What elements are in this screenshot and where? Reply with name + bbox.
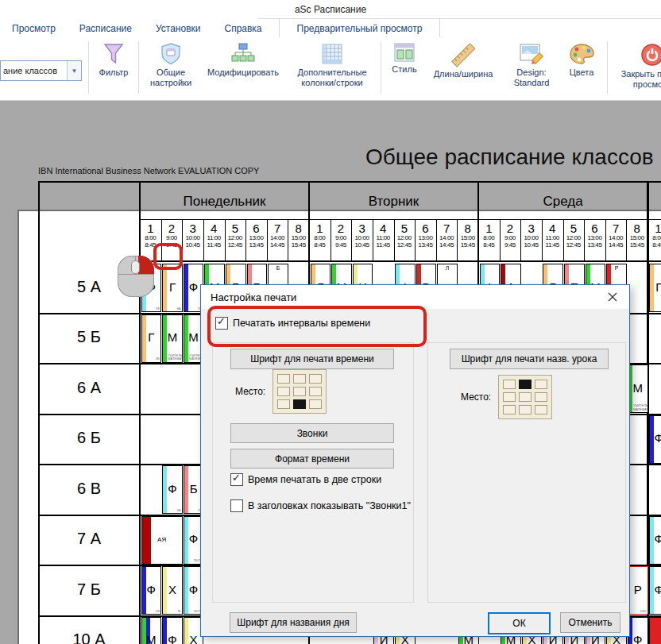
colors-button[interactable]: Цвета <box>562 39 601 78</box>
ribbon-button-label: Design: Standard <box>505 67 558 87</box>
tab-view[interactable]: Просмотр <box>0 19 68 37</box>
ok-button[interactable]: ОК <box>488 612 551 634</box>
design-button[interactable]: Design: Standard <box>505 39 558 87</box>
ribbon-tabs: ПросмотрРасписаниеУстановкиСправкаПредва… <box>0 19 661 37</box>
chevron-down-icon[interactable]: ▼ <box>67 61 81 80</box>
bells-button[interactable]: Звонки <box>230 423 394 443</box>
cancel-button[interactable]: Отменить <box>560 612 620 633</box>
size-button[interactable]: Длина/ширина <box>426 39 501 79</box>
checkmark-icon: ✓ <box>232 472 241 484</box>
ribbon-button-label: Закрыть предв. просмотр <box>614 69 661 89</box>
time-position-grid[interactable] <box>273 369 327 414</box>
mouse-right-click-icon <box>118 256 154 297</box>
tab-print-preview[interactable]: Предварительный просмотр <box>279 19 441 37</box>
evaluation-watermark: IBN International Business Network EVALU… <box>38 166 259 175</box>
ribbon-buttons: ФильтрОбщие настройкиМодифицироватьДопол… <box>84 39 661 99</box>
modify-button[interactable]: Модифицировать <box>201 39 285 78</box>
show-bells1-checkbox[interactable]: В заголовках показывать "Звонки1" <box>230 499 411 512</box>
checkbox-label: Время печатать в две строки <box>248 474 381 485</box>
ribbon-button-label: Фильтр <box>95 67 132 78</box>
position-grid-cell[interactable] <box>277 374 290 384</box>
close-icon[interactable] <box>606 291 619 303</box>
tab-help[interactable]: Справка <box>212 19 273 37</box>
tab-options[interactable]: Установки <box>144 19 212 37</box>
ribbon-button-label: Дополнительные колонки/строки <box>290 67 374 87</box>
funnel-icon <box>102 39 125 67</box>
position-grid-cell[interactable] <box>309 399 322 409</box>
position-grid-cell[interactable] <box>535 405 547 415</box>
title-bar: aSc Расписание <box>0 0 661 19</box>
position-grid-cell[interactable] <box>277 387 290 396</box>
ruler-icon <box>450 39 477 69</box>
ribbon: ание классов ▼ ФильтрОбщие настройкиМоди… <box>0 37 661 101</box>
tab-timetable[interactable]: Расписание <box>68 19 144 37</box>
time-place-row: Место: <box>235 369 327 414</box>
design-icon <box>519 39 544 67</box>
general-settings-button[interactable]: Общие настройки <box>145 39 196 87</box>
ribbon-button-label: Цвета <box>562 67 601 78</box>
power-icon <box>640 39 661 69</box>
position-grid-cell[interactable] <box>535 392 547 402</box>
ribbon-group-separator <box>138 41 139 94</box>
dialog-title: Настройка печати <box>211 291 296 303</box>
checkbox-highlight <box>207 306 427 347</box>
position-grid-cell[interactable] <box>277 399 290 409</box>
two-lines-checkbox[interactable]: ✓ Время печатать в две строки <box>230 473 381 486</box>
position-grid-cell[interactable] <box>293 374 306 384</box>
schedule-type-combobox[interactable]: ание классов ▼ <box>0 60 82 81</box>
lesson-place-row: Место: <box>461 375 552 419</box>
ribbon-button-label: Длина/ширина <box>426 69 501 79</box>
lesson-name-group: Шрифт для печати назв. урока Место: <box>427 342 626 603</box>
filter-button[interactable]: Фильтр <box>95 39 132 78</box>
palette-icon <box>569 39 594 67</box>
font-for-time-button[interactable]: Шрифт для печати времени <box>230 349 394 369</box>
ribbon-button-label: Общие настройки <box>145 67 196 87</box>
time-print-group: Шрифт для печати времени Место: Звонки Ф… <box>212 342 414 603</box>
checkbox-label: В заголовках показывать "Звонки1" <box>248 500 411 511</box>
print-settings-dialog: Настройка печати ✓ Печатать интервалы вр… <box>200 284 630 637</box>
checkbox-box[interactable] <box>230 499 243 512</box>
position-grid-cell[interactable] <box>309 387 322 396</box>
position-grid-cell[interactable] <box>503 392 516 402</box>
position-grid-cell[interactable] <box>293 387 306 396</box>
app-window: aSc Расписание ПросмотрРасписаниеУстанов… <box>0 0 661 644</box>
font-for-lesson-name-button[interactable]: Шрифт для печати назв. урока <box>450 349 609 369</box>
position-grid-cell[interactable] <box>309 374 322 384</box>
ribbon-button-label: Стиль <box>388 64 421 75</box>
font-for-day-name-button[interactable]: Шрифт для названия дня <box>230 612 357 633</box>
ribbon-group-separator <box>88 41 89 94</box>
position-grid-cell[interactable] <box>519 380 532 389</box>
close-preview-button[interactable]: Закрыть предв. просмотр <box>614 39 661 89</box>
schedule-page-title: Общее расписание классов <box>365 145 654 170</box>
shield-icon <box>160 39 182 67</box>
style-button[interactable]: Стиль <box>388 39 421 75</box>
position-grid-cell[interactable] <box>503 405 516 415</box>
place-label: Место: <box>235 386 265 397</box>
schedule-type-value: ание классов <box>1 66 67 75</box>
ribbon-group-separator <box>607 41 608 94</box>
app-title: aSc Расписание <box>0 4 661 15</box>
mouse-body-divider <box>118 274 154 275</box>
extra-columns-button[interactable]: Дополнительные колонки/строки <box>290 39 374 87</box>
window-style-icon <box>393 39 416 64</box>
position-grid-cell[interactable] <box>535 380 547 389</box>
ribbon-button-label: Модифицировать <box>201 67 285 78</box>
mouse-wheel <box>131 260 140 274</box>
org-chart-icon <box>231 39 255 67</box>
lesson-position-grid[interactable] <box>498 375 552 419</box>
checkbox-box[interactable]: ✓ <box>230 473 243 486</box>
ribbon-group-separator <box>381 41 381 94</box>
time-header-highlight <box>153 243 183 270</box>
position-grid-cell[interactable] <box>519 405 532 415</box>
grid-icon <box>320 39 344 67</box>
position-grid-cell[interactable] <box>519 392 532 402</box>
time-format-button[interactable]: Формат времени <box>230 449 394 469</box>
position-grid-cell[interactable] <box>293 399 306 409</box>
place-label: Место: <box>461 391 491 403</box>
position-grid-cell[interactable] <box>503 380 516 389</box>
